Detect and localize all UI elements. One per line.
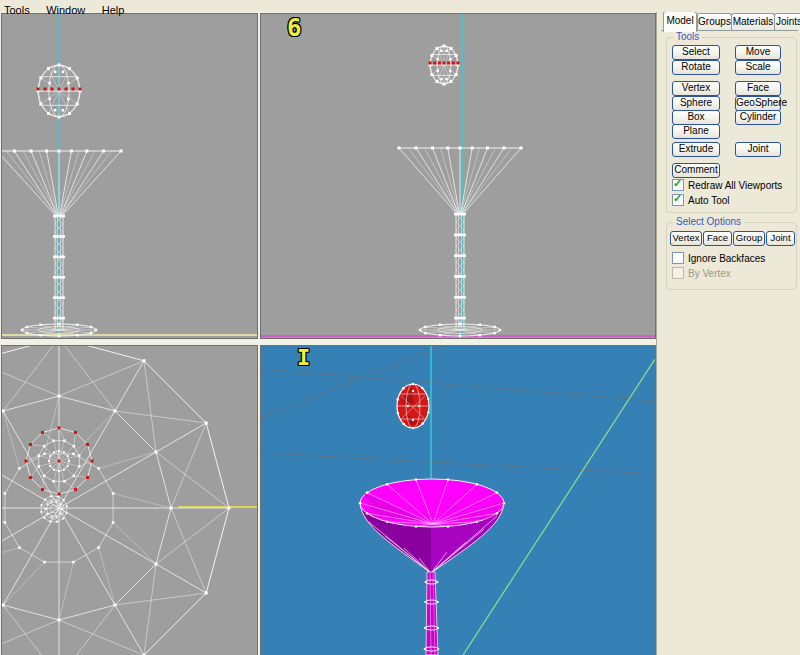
checkbox-by-vertex: ✓By Vertex — [672, 267, 731, 279]
check-icon: ✓ — [673, 192, 682, 205]
scale-button[interactable]: Scale — [735, 60, 781, 75]
viewport-3d[interactable]: I — [260, 345, 656, 655]
plane-button[interactable]: Plane — [672, 124, 720, 139]
checkbox-box: ✓ — [672, 252, 684, 264]
menu-window[interactable]: Window — [42, 4, 93, 16]
checkbox-label: Ignore Backfaces — [688, 253, 765, 264]
tab-joints[interactable]: Joints — [774, 13, 800, 30]
move-button[interactable]: Move — [735, 45, 781, 60]
checkbox-box: ✓ — [672, 179, 684, 191]
menu-bar: Tools Window Help — [0, 0, 800, 12]
tab-model[interactable]: Model — [663, 11, 697, 32]
checkbox-auto-tool[interactable]: ✓Auto Tool — [672, 194, 730, 206]
tools-group-label: Tools — [673, 31, 702, 42]
box-button[interactable]: Box — [672, 110, 720, 125]
menu-tools[interactable]: Tools — [0, 4, 38, 16]
checkbox-box: ✓ — [672, 194, 684, 206]
check-icon: ✓ — [673, 177, 682, 190]
select-option-vertex-button[interactable]: Vertex — [670, 231, 702, 246]
rotate-button[interactable]: Rotate — [672, 60, 720, 75]
select-options-label: Select Options — [673, 216, 744, 227]
select-button[interactable]: Select — [672, 45, 720, 60]
checkbox-label: Redraw All Viewports — [688, 180, 782, 191]
geosphere-button[interactable]: GeoSphere — [735, 96, 781, 111]
tab-groups[interactable]: Groups — [697, 13, 732, 30]
select-option-group-button[interactable]: Group — [733, 231, 765, 246]
side-panel: Model Groups Materials Joints Tools Sele… — [656, 0, 800, 655]
menu-help[interactable]: Help — [98, 4, 133, 16]
viewport-front[interactable] — [1, 13, 258, 339]
joint-button[interactable]: Joint — [735, 142, 781, 157]
checkbox-label: By Vertex — [688, 268, 731, 279]
checkbox-ignore-backfaces[interactable]: ✓Ignore Backfaces — [672, 252, 765, 264]
cylinder-button[interactable]: Cylinder — [735, 110, 781, 125]
tab-materials[interactable]: Materials — [731, 13, 775, 30]
viewport-top[interactable] — [1, 345, 258, 655]
select-option-face-button[interactable]: Face — [703, 231, 732, 246]
vertex-button[interactable]: Vertex — [672, 81, 720, 96]
select-option-joint-button[interactable]: Joint — [766, 231, 795, 246]
viewport-side[interactable]: 6 — [260, 13, 656, 339]
face-button[interactable]: Face — [735, 81, 781, 96]
comment-button[interactable]: Comment — [672, 163, 720, 178]
extrude-button[interactable]: Extrude — [672, 142, 720, 157]
checkbox-box: ✓ — [672, 267, 684, 279]
checkbox-label: Auto Tool — [688, 195, 730, 206]
sphere-button[interactable]: Sphere — [672, 96, 720, 111]
checkbox-redraw-all-viewports[interactable]: ✓Redraw All Viewports — [672, 179, 782, 191]
viewport-grid: 6 I — [0, 12, 656, 655]
